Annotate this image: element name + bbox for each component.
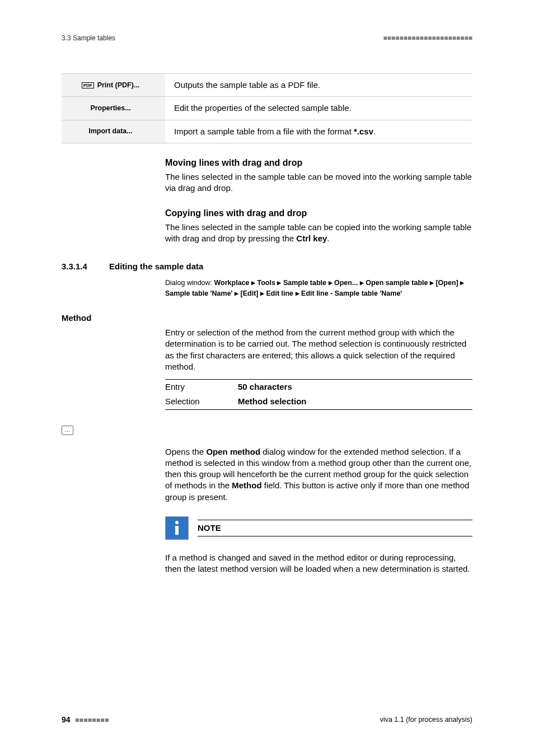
p8: Edit line	[266, 290, 293, 297]
note-title: NOTE	[198, 522, 472, 534]
moving-text: The lines selected in the sample table c…	[165, 171, 472, 194]
p3: Open...	[334, 279, 358, 287]
page-number-wrap: 94 ■■■■■■■■	[62, 715, 109, 725]
om-b2: Method	[232, 480, 261, 490]
copying-bold: Ctrl key	[296, 234, 327, 243]
footer-decoration: ■■■■■■■■	[75, 716, 109, 724]
note-rule	[198, 520, 472, 520]
triangle-icon: ▶	[277, 280, 281, 286]
p1: Tools	[257, 279, 275, 287]
table-row: PDFPrint (PDF)... Outputs the sample tab…	[62, 74, 472, 97]
triangle-icon: ▶	[296, 291, 299, 296]
p0: Workplace	[214, 279, 250, 287]
section-title: Editing the sample data	[109, 261, 203, 272]
spec-key: Entry	[165, 380, 238, 395]
dialog-path: Dialog window: Workplace ▶ Tools ▶ Sampl…	[165, 278, 472, 299]
info-stem	[175, 526, 179, 535]
method-para: Entry or selection of the method from th…	[165, 327, 472, 372]
triangle-icon: ▶	[329, 280, 332, 286]
spec-val: 50 characters	[238, 380, 472, 395]
method-label: Method	[62, 312, 472, 324]
info-icon-inner	[175, 521, 179, 535]
import-data-label: Import data...	[62, 120, 165, 143]
import-data-desc: Import a sample table from a file with t…	[165, 120, 472, 143]
spec-val: Method selection	[238, 394, 472, 409]
properties-label: Properties...	[62, 97, 165, 120]
ellipsis-icon: ...	[62, 426, 73, 435]
import-desc-bold: *.csv	[354, 127, 373, 136]
om-b1: Open method	[206, 447, 260, 456]
note-rule	[198, 536, 472, 536]
copying-post: .	[327, 234, 329, 243]
page-footer: 94 ■■■■■■■■ viva 1.1 (for process analys…	[62, 715, 472, 725]
info-dot	[175, 521, 179, 524]
om-pre: Opens the	[165, 447, 206, 456]
p9: Edit line - Sample table 'Name'	[301, 290, 402, 297]
note-header: NOTE	[165, 516, 472, 540]
p6: Sample table 'Name'	[165, 290, 233, 297]
dialog-label: Dialog window:	[165, 279, 214, 287]
page-header: 3.3 Sample tables ■■■■■■■■■■■■■■■■■■■■■■	[62, 34, 472, 43]
page: 3.3 Sample tables ■■■■■■■■■■■■■■■■■■■■■■…	[0, 0, 534, 756]
note-block: NOTE If a method is changed and saved in…	[165, 516, 472, 575]
triangle-icon: ▶	[460, 280, 464, 286]
page-number: 94	[62, 715, 71, 724]
pdf-icon: PDF	[82, 82, 94, 88]
info-icon	[165, 516, 189, 540]
spec-table: Entry 50 characters Selection Method sel…	[165, 379, 472, 410]
p5: [Open]	[435, 279, 458, 287]
product-name: viva 1.1 (for process analysis)	[380, 715, 472, 725]
properties-desc: Edit the properties of the selected samp…	[165, 97, 472, 120]
header-decoration: ■■■■■■■■■■■■■■■■■■■■■■	[383, 34, 472, 43]
p2: Sample table	[283, 279, 326, 287]
triangle-icon: ▶	[251, 280, 255, 286]
ellipsis-row: ...	[62, 410, 472, 435]
triangle-icon: ▶	[430, 280, 434, 286]
table-row: Entry 50 characters	[165, 380, 472, 395]
table-row: Selection Method selection	[165, 394, 472, 409]
moving-heading: Moving lines with drag and drop	[165, 157, 472, 169]
print-pdf-label: Print (PDF)...	[97, 81, 140, 89]
section-number: 3.3.1.4	[62, 261, 109, 272]
copying-text: The lines selected in the sample table c…	[165, 222, 472, 245]
spec-key: Selection	[165, 394, 238, 409]
triangle-icon: ▶	[235, 291, 238, 296]
breadcrumb: 3.3 Sample tables	[62, 34, 115, 43]
table-row: Import data... Import a sample table fro…	[62, 120, 472, 143]
p4: Open sample table	[366, 279, 428, 287]
import-desc-post: .	[373, 127, 376, 136]
section-header: 3.3.1.4 Editing the sample data	[62, 261, 472, 272]
copying-heading: Copying lines with drag and drop	[165, 207, 472, 220]
triangle-icon: ▶	[260, 291, 264, 296]
open-method-para: Opens the Open method dialog window for …	[165, 446, 472, 503]
actions-table: PDFPrint (PDF)... Outputs the sample tab…	[62, 73, 472, 143]
note-title-wrap: NOTE	[198, 520, 472, 536]
note-text: If a method is changed and saved in the …	[165, 552, 472, 575]
p7: [Edit]	[241, 290, 259, 297]
print-pdf-desc: Outputs the sample table as a PDF file.	[165, 74, 472, 97]
print-pdf-cell: PDFPrint (PDF)...	[62, 74, 165, 97]
triangle-icon: ▶	[360, 280, 364, 286]
table-row: Properties... Edit the properties of the…	[62, 97, 472, 120]
content-column: Moving lines with drag and drop The line…	[165, 157, 472, 244]
import-desc-pre: Import a sample table from a file with t…	[174, 127, 354, 136]
